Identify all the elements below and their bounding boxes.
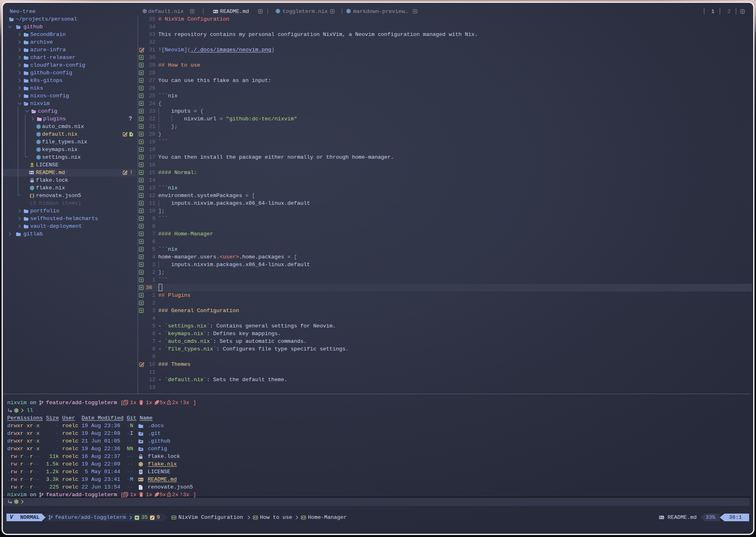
svg-text:{}: {}	[29, 193, 34, 198]
